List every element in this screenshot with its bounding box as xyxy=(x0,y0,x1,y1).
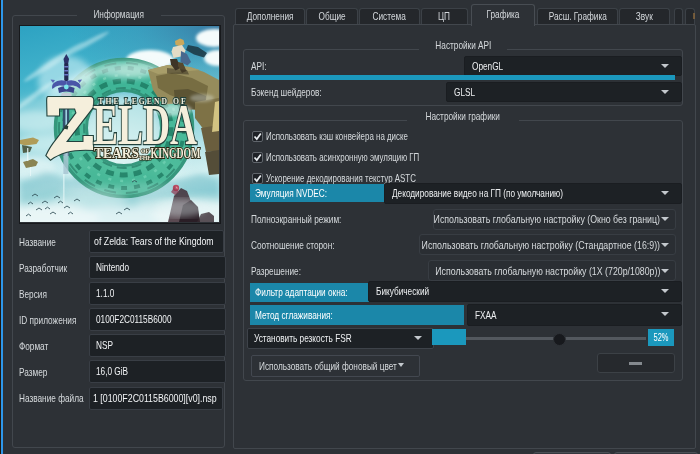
svg-text:OF: OF xyxy=(141,148,150,154)
svg-text:TEARS: TEARS xyxy=(94,145,139,162)
svg-text:KINGDOM: KINGDOM xyxy=(151,145,201,162)
svg-text:THE: THE xyxy=(139,155,152,161)
